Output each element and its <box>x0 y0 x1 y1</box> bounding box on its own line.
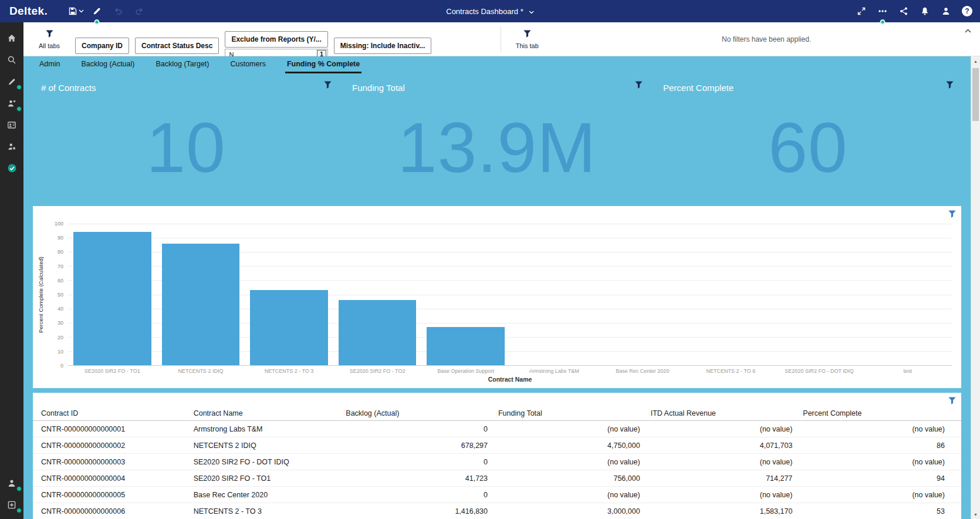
scrollbar-thumb[interactable] <box>972 68 979 121</box>
tab-customers[interactable]: Customers <box>228 56 267 73</box>
x-tick-label: NETCENTS 2 - TO 3 <box>245 368 333 374</box>
table-cell: CNTR-000000000000005 <box>40 491 192 499</box>
filter-chip[interactable]: Company ID <box>75 38 129 54</box>
table-cell: 1,583,170 <box>650 507 802 515</box>
redo-icon[interactable] <box>129 0 150 22</box>
kpi-filter-funnel-icon[interactable] <box>945 80 954 92</box>
kpi-widget[interactable]: # of Contracts10 <box>33 73 339 206</box>
bar[interactable] <box>339 300 417 365</box>
tab-admin[interactable]: Admin <box>38 56 62 73</box>
dashboard-title-menu[interactable]: Contracts Dashboard * <box>446 7 534 16</box>
check-circle-icon[interactable] <box>0 157 23 179</box>
table-cell: 0 <box>344 425 497 433</box>
table-cell: (no value) <box>802 491 954 499</box>
column-header[interactable]: Contract Name <box>192 409 345 417</box>
add-icon[interactable] <box>0 494 23 515</box>
tab-backlog-target[interactable]: Backlog (Target) <box>154 56 211 73</box>
scroll-down-arrow[interactable]: ▼ <box>971 510 980 519</box>
bar-slot <box>687 224 775 365</box>
y-tick-label: 100 <box>55 221 63 227</box>
this-tab-filter-button[interactable]: This tab <box>501 29 553 49</box>
tab-funding-complete[interactable]: Funding % Complete <box>285 56 361 73</box>
bar-slot <box>333 224 422 365</box>
filter-chip-label[interactable]: Exclude from Reports (Y/... <box>225 31 327 48</box>
kpi-title: Funding Total <box>352 83 405 93</box>
kpi-widget[interactable]: Funding Total13.9M <box>344 73 650 206</box>
table-filter-funnel-icon[interactable] <box>948 396 957 407</box>
kpi-widget[interactable]: Percent Complete60 <box>655 73 961 206</box>
column-header[interactable]: Funding Total <box>497 409 650 417</box>
profile-icon[interactable] <box>0 472 23 494</box>
kpi-filter-funnel-icon[interactable] <box>634 80 643 92</box>
table-row[interactable]: CNTR-000000000000004SE2020 SIR2 FO - TO1… <box>33 470 961 487</box>
x-axis-title: Contract Name <box>68 376 952 385</box>
table-row[interactable]: CNTR-000000000000002NETCENTS 2 IDIQ678,2… <box>33 437 961 454</box>
kpi-filter-funnel-icon[interactable] <box>323 80 332 92</box>
search-icon[interactable] <box>0 49 23 70</box>
x-tick-label: SE2020 SIR2 FO - TO1 <box>68 368 157 374</box>
expand-icon[interactable] <box>851 0 872 22</box>
x-tick-label: SE2020 SIR2 FO - TO2 <box>333 368 422 374</box>
column-header[interactable]: Contract ID <box>40 409 192 417</box>
collapse-filterbar-button[interactable] <box>964 25 972 36</box>
bar-slot <box>421 224 510 365</box>
help-icon[interactable]: ? <box>957 0 978 22</box>
this-tab-label: This tab <box>516 42 539 49</box>
sidebar-nav <box>0 22 23 519</box>
x-tick-label: NETCENTS 2 IDIQ <box>157 368 245 374</box>
bar-slot <box>157 224 245 365</box>
undo-icon[interactable] <box>107 0 129 22</box>
table-cell: 4,750,000 <box>497 442 650 450</box>
filter-chip[interactable]: Contract Status Desc <box>135 38 219 54</box>
share-icon[interactable] <box>893 0 914 22</box>
save-icon[interactable] <box>65 0 86 22</box>
all-tabs-label: All tabs <box>39 42 60 49</box>
scroll-up-arrow[interactable]: ▲ <box>971 56 980 66</box>
content-area: All tabs Company IDContract Status DescE… <box>23 22 980 519</box>
dashboard-tabs: AdminBacklog (Actual)Backlog (Target)Cus… <box>23 56 971 73</box>
contracts-table-widget[interactable]: Contract IDContract NameBacklog (Actual)… <box>33 393 961 519</box>
tools-icon[interactable] <box>0 70 23 92</box>
filter-chip[interactable]: Missing: Include Inactiv... <box>334 38 431 54</box>
chart-filter-funnel-icon[interactable] <box>948 210 957 221</box>
table-row[interactable]: CNTR-000000000000005Base Rec Center 2020… <box>33 487 961 503</box>
bar-chart-widget[interactable]: Percent Complete (Calculated) 1009080706… <box>33 206 961 388</box>
table-row[interactable]: CNTR-000000000000003SE2020 SIR2 FO - DOT… <box>33 454 961 470</box>
filter-funnel-icon <box>523 29 532 41</box>
main-area: All tabs Company IDContract Status DescE… <box>0 22 980 519</box>
bar[interactable] <box>250 290 328 365</box>
edit-pencil-icon[interactable] <box>86 0 107 22</box>
table-cell: (no value) <box>650 425 802 433</box>
bar-slot <box>68 224 157 365</box>
contacts-icon[interactable] <box>0 114 23 136</box>
column-header[interactable]: Backlog (Actual) <box>344 409 497 417</box>
table-row[interactable]: CNTR-000000000000001Armstrong Labs T&M0(… <box>33 421 961 437</box>
account-person-icon[interactable] <box>935 0 957 22</box>
y-tick-label: 50 <box>58 292 63 298</box>
kpi-title: Percent Complete <box>663 83 734 93</box>
notifications-bell-icon[interactable] <box>914 0 935 22</box>
vertical-scrollbar[interactable]: ▲ ▼ <box>971 56 980 519</box>
bar-slot <box>510 224 599 365</box>
no-filters-message: No filters have been applied. <box>553 35 980 43</box>
bar[interactable] <box>427 327 505 365</box>
all-tabs-filter-button[interactable]: All tabs <box>23 29 75 49</box>
column-header[interactable]: Percent Complete <box>802 409 954 417</box>
x-labels: SE2020 SIR2 FO - TO1NETCENTS 2 IDIQNETCE… <box>68 366 952 376</box>
favorites-icon[interactable] <box>0 136 23 157</box>
more-options-icon[interactable] <box>872 0 893 22</box>
tab-backlog-actual[interactable]: Backlog (Actual) <box>79 56 136 73</box>
table-cell: (no value) <box>497 425 650 433</box>
kpi-value: 13.9M <box>398 112 597 183</box>
user-add-icon[interactable] <box>0 92 23 114</box>
bar-slot <box>245 224 333 365</box>
x-tick-label: NETCENTS 2 - TO 6 <box>687 368 775 374</box>
table-row[interactable]: CNTR-000000000000006NETCENTS 2 - TO 31,4… <box>33 503 961 519</box>
bar[interactable] <box>162 244 240 365</box>
y-tick-label: 40 <box>58 306 63 312</box>
bar[interactable] <box>73 232 151 365</box>
home-icon[interactable] <box>0 27 23 49</box>
x-tick-label: Base Rec Center 2020 <box>599 368 687 374</box>
column-header[interactable]: ITD Actual Revenue <box>650 409 802 417</box>
kpi-row: # of Contracts10Funding Total13.9MPercen… <box>23 73 971 206</box>
